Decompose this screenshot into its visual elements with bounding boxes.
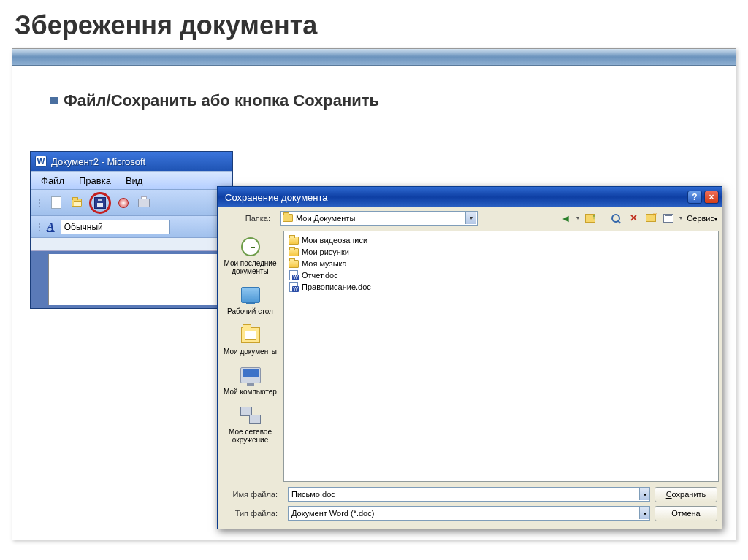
slide-frame: Файл/Сохранить або кнопка Сохранить W До… bbox=[12, 48, 736, 540]
word-toolbar: ⋮ bbox=[31, 190, 232, 216]
filetype-value: Документ Word (*.doc) bbox=[291, 509, 374, 518]
menu-edit[interactable]: Правка bbox=[73, 174, 117, 188]
chevron-down-icon[interactable]: ▾ bbox=[639, 507, 649, 519]
dialog-title: Сохранение документа bbox=[225, 192, 328, 203]
dialog-folder-row: Папка: Мои Документы ▾ ◄ ▾ ✕ ▾ Сервис▾ bbox=[218, 207, 722, 229]
word-doc-icon bbox=[289, 282, 298, 292]
sidebar-label: Мой компьютер bbox=[224, 388, 277, 396]
chevron-down-icon[interactable]: ▾ bbox=[465, 212, 476, 224]
file-name: Отчет.doc bbox=[302, 270, 338, 280]
up-folder-icon[interactable] bbox=[584, 212, 597, 225]
chevron-down-icon[interactable]: ▾ bbox=[639, 488, 649, 500]
delete-icon[interactable]: ✕ bbox=[627, 212, 640, 225]
permission-icon[interactable] bbox=[115, 195, 131, 211]
mydocs-icon bbox=[241, 327, 260, 343]
word-doc-icon bbox=[289, 270, 298, 280]
sidebar-mycomputer[interactable]: Мой компьютер bbox=[221, 361, 280, 399]
file-name: Мои видеозаписи bbox=[302, 235, 367, 245]
cancel-button[interactable]: Отмена bbox=[654, 506, 717, 521]
clock-icon bbox=[241, 237, 260, 256]
folder-icon bbox=[283, 214, 293, 222]
network-icon bbox=[240, 407, 261, 424]
save-dialog: Сохранение документа ? × Папка: Мои Доку… bbox=[217, 186, 722, 529]
bullet-marker bbox=[50, 97, 58, 104]
word-doc-area bbox=[31, 251, 232, 308]
sidebar-desktop[interactable]: Рабочий стол bbox=[221, 280, 280, 319]
filename-label: Имя файла: bbox=[222, 490, 283, 499]
help-button[interactable]: ? bbox=[687, 191, 702, 204]
new-folder-icon[interactable] bbox=[644, 212, 657, 225]
style-selector[interactable]: Обычный bbox=[61, 220, 170, 234]
file-name: Моя музыка bbox=[302, 258, 347, 269]
filename-value: Письмо.doc bbox=[291, 490, 335, 499]
slide-top-bar bbox=[12, 49, 736, 66]
save-floppy-icon bbox=[94, 197, 106, 209]
list-item[interactable]: Правописание.doc bbox=[287, 281, 715, 293]
styles-icon[interactable]: A bbox=[47, 220, 58, 234]
list-item[interactable]: Мои рисунки bbox=[287, 246, 715, 258]
folder-label: Папка: bbox=[222, 214, 276, 223]
new-doc-icon[interactable] bbox=[48, 195, 64, 211]
word-window: W Документ2 - Microsoft Файл Правка Вид … bbox=[30, 151, 233, 309]
folder-icon bbox=[289, 260, 299, 268]
list-item[interactable]: Мои видеозаписи bbox=[287, 234, 715, 246]
word-format-toolbar: ⋮ A Обычный bbox=[31, 216, 232, 238]
sidebar-recent[interactable]: Мои последние документы bbox=[221, 232, 280, 279]
sidebar-mydocs[interactable]: Мои документы bbox=[221, 321, 280, 359]
back-icon[interactable]: ◄ bbox=[559, 212, 572, 225]
search-icon[interactable] bbox=[609, 212, 622, 225]
filename-input[interactable]: Письмо.doc ▾ bbox=[288, 487, 650, 502]
word-ruler bbox=[31, 238, 232, 251]
bullet-row: Файл/Сохранить або кнопка Сохранить bbox=[50, 91, 379, 110]
word-title: Документ2 - Microsoft bbox=[51, 156, 145, 167]
folder-icon bbox=[289, 237, 299, 245]
service-menu[interactable]: Сервис▾ bbox=[687, 214, 717, 223]
computer-icon bbox=[240, 367, 261, 383]
style-value: Обычный bbox=[64, 222, 103, 232]
desktop-icon bbox=[241, 287, 260, 303]
views-icon[interactable] bbox=[662, 212, 675, 225]
sidebar-label: Мои документы bbox=[224, 348, 277, 356]
folder-dropdown[interactable]: Мои Документы ▾ bbox=[280, 211, 478, 226]
sidebar-label: Рабочий стол bbox=[227, 307, 273, 315]
file-name: Мои рисунки bbox=[302, 247, 349, 257]
dialog-titlebar: Сохранение документа ? × bbox=[218, 187, 722, 207]
dialog-bottom: Имя файла: Письмо.doc ▾ Сохранить Тип фа… bbox=[218, 483, 722, 527]
sidebar-network[interactable]: Мое сетевое окружение bbox=[221, 401, 280, 448]
file-name: Правописание.doc bbox=[302, 282, 371, 292]
word-app-icon: W bbox=[35, 156, 47, 167]
close-button[interactable]: × bbox=[704, 191, 719, 204]
word-menubar: Файл Правка Вид bbox=[31, 171, 232, 190]
folder-icon bbox=[289, 248, 299, 256]
print-icon[interactable] bbox=[136, 195, 152, 211]
sidebar-label: Мое сетевое окружение bbox=[223, 428, 278, 444]
save-button[interactable]: Сохранить bbox=[654, 487, 717, 502]
open-icon[interactable] bbox=[69, 195, 85, 211]
slide-title: Збереження документа bbox=[0, 0, 748, 48]
folder-value: Мои Документы bbox=[296, 214, 355, 223]
list-item[interactable]: Моя музыка bbox=[287, 258, 715, 269]
menu-view[interactable]: Вид bbox=[120, 174, 149, 188]
file-list[interactable]: Мои видеозаписи Мои рисунки Моя музыка О… bbox=[283, 231, 719, 482]
word-titlebar: W Документ2 - Microsoft bbox=[31, 152, 232, 171]
places-sidebar: Мои последние документы Рабочий стол Мои… bbox=[218, 229, 283, 483]
filetype-label: Тип файла: bbox=[222, 509, 283, 518]
filetype-dropdown[interactable]: Документ Word (*.doc) ▾ bbox=[288, 506, 650, 521]
menu-file[interactable]: Файл bbox=[35, 174, 70, 188]
save-button-highlighted[interactable] bbox=[89, 192, 111, 214]
sidebar-label: Мои последние документы bbox=[223, 259, 278, 275]
list-item[interactable]: Отчет.doc bbox=[287, 269, 715, 281]
bullet-text: Файл/Сохранить або кнопка Сохранить bbox=[64, 91, 379, 110]
